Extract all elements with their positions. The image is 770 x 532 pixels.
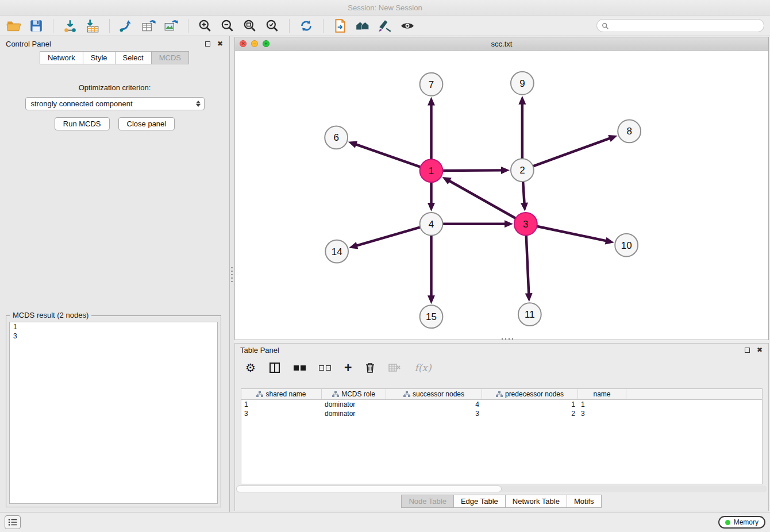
graph-edge[interactable] xyxy=(532,138,611,167)
edge-arrowhead xyxy=(428,295,435,304)
network-graph[interactable]: 7968124314101511 xyxy=(235,51,768,340)
edge-arrowhead xyxy=(428,97,435,106)
graph-edge[interactable] xyxy=(441,170,503,171)
column-header-name[interactable]: name xyxy=(578,389,626,399)
column-header-predecessor-nodes[interactable]: predecessor nodes xyxy=(482,389,578,399)
tab-edge-table[interactable]: Edge Table xyxy=(453,495,506,508)
column-header-mcds-role[interactable]: MCDS role xyxy=(322,389,386,399)
cell-mcds-role[interactable]: dominator xyxy=(322,410,386,418)
panel-splitter[interactable] xyxy=(230,36,234,512)
network-view-window: scc.txt ✕ − + 7968124314101511 xyxy=(234,37,769,340)
graph-edge[interactable] xyxy=(535,226,608,241)
window-title: Session: New Session xyxy=(348,3,422,12)
close-panel-icon[interactable]: ✖ xyxy=(217,40,224,47)
zoom-fit-icon[interactable] xyxy=(242,18,258,34)
network-window-titlebar[interactable]: scc.txt ✕ − + xyxy=(235,37,768,51)
edge-arrowhead xyxy=(608,135,617,142)
close-window-icon[interactable]: ✕ xyxy=(240,40,247,47)
save-session-icon[interactable] xyxy=(28,18,44,34)
edge-arrowhead xyxy=(428,203,435,211)
session-file-icon[interactable] xyxy=(332,18,348,34)
refresh-layout-icon[interactable] xyxy=(298,18,314,34)
float-table-panel-icon[interactable] xyxy=(744,346,750,353)
search-input[interactable] xyxy=(611,22,759,30)
select-all-columns-icon[interactable] xyxy=(294,365,306,371)
tab-select[interactable]: Select xyxy=(115,51,152,64)
cell-shared-name[interactable]: 1 xyxy=(241,400,322,408)
table-settings-gear-icon[interactable]: ⚙ xyxy=(245,362,256,373)
add-column-icon[interactable]: + xyxy=(344,361,352,375)
edge-arrowhead xyxy=(525,293,533,302)
tab-network[interactable]: Network xyxy=(40,51,83,64)
eye-icon[interactable] xyxy=(399,18,415,34)
run-mcds-button[interactable]: Run MCDS xyxy=(55,117,110,130)
mcds-result-group: MCDS result (2 nodes) 1 3 xyxy=(6,315,221,507)
open-session-icon[interactable] xyxy=(6,18,22,34)
column-header-shared-name[interactable]: shared name xyxy=(241,389,322,399)
export-table-icon[interactable] xyxy=(141,18,157,34)
toolbar-separator xyxy=(109,19,110,33)
cell-predecessor-nodes[interactable]: 2 xyxy=(482,410,578,418)
zoom-selected-icon[interactable] xyxy=(264,18,280,34)
cell-name[interactable]: 3 xyxy=(578,410,626,418)
search-field[interactable] xyxy=(596,19,764,32)
task-history-button[interactable] xyxy=(5,515,21,529)
import-network-icon[interactable] xyxy=(62,18,78,34)
show-columns-icon[interactable] xyxy=(269,362,280,373)
tab-node-table[interactable]: Node Table xyxy=(401,495,454,508)
cell-predecessor-nodes[interactable]: 1 xyxy=(482,400,578,408)
table-panel-title: Table Panel xyxy=(240,346,279,354)
mcds-result-item: 3 xyxy=(10,331,217,341)
zoom-in-icon[interactable] xyxy=(197,18,213,34)
cell-shared-name[interactable]: 3 xyxy=(241,410,322,418)
delete-column-icon[interactable] xyxy=(365,362,375,373)
network-canvas[interactable]: 7968124314101511 xyxy=(235,51,768,340)
edge-arrowhead xyxy=(348,141,357,148)
tab-network-table[interactable]: Network Table xyxy=(505,495,567,508)
cell-successor-nodes[interactable]: 4 xyxy=(386,400,482,408)
tab-mcds[interactable]: MCDS xyxy=(151,51,189,64)
close-panel-button[interactable]: Close panel xyxy=(118,117,175,130)
mcds-result-item: 1 xyxy=(10,322,217,331)
criterion-dropdown[interactable]: strongly connected component xyxy=(25,97,205,110)
graph-edge[interactable] xyxy=(355,227,422,246)
style-brush-icon[interactable] xyxy=(377,18,393,34)
graph-edge[interactable] xyxy=(526,234,529,296)
search-icon xyxy=(602,22,609,29)
graph-edge[interactable] xyxy=(448,180,517,219)
cell-mcds-role[interactable]: dominator xyxy=(322,400,386,408)
column-type-icon xyxy=(496,391,503,398)
edge-arrowhead xyxy=(521,203,528,211)
network-tools-icon[interactable] xyxy=(118,18,134,34)
mcds-result-list[interactable]: 1 3 xyxy=(9,322,218,504)
tab-motifs[interactable]: Motifs xyxy=(567,495,602,508)
window-resize-grip-icon[interactable] xyxy=(502,338,514,340)
float-panel-icon[interactable] xyxy=(204,40,211,47)
column-type-icon xyxy=(403,391,410,398)
minimize-window-icon[interactable]: − xyxy=(251,40,258,47)
zoom-out-icon[interactable] xyxy=(220,18,236,34)
memory-button[interactable]: Memory xyxy=(718,516,765,529)
table-row[interactable]: 3 dominator 3 2 3 xyxy=(241,409,762,418)
cell-successor-nodes[interactable]: 3 xyxy=(386,410,482,418)
graph-node-label: 11 xyxy=(525,309,535,320)
deselect-all-columns-icon[interactable] xyxy=(319,365,331,371)
cell-name[interactable]: 1 xyxy=(578,400,626,408)
network-window-title: scc.txt xyxy=(235,40,768,48)
import-table-icon[interactable] xyxy=(84,18,101,34)
maximize-window-icon[interactable]: + xyxy=(263,40,270,47)
table-horizontal-scrollbar[interactable] xyxy=(236,485,767,492)
table-panel-tabs: Node Table Edge Table Network Table Moti… xyxy=(235,495,768,508)
scrollbar-thumb[interactable] xyxy=(236,485,502,492)
graph-node-label: 14 xyxy=(332,246,342,257)
graph-node-label: 7 xyxy=(429,79,434,90)
column-header-successor-nodes[interactable]: successor nodes xyxy=(386,389,482,399)
graph-edge[interactable] xyxy=(523,180,525,205)
graph-edge[interactable] xyxy=(354,144,422,167)
home-networks-icon[interactable] xyxy=(355,18,371,34)
toolbar-separator xyxy=(289,19,290,33)
table-row[interactable]: 1 dominator 4 1 1 xyxy=(241,400,762,409)
close-table-panel-icon[interactable]: ✖ xyxy=(756,346,763,353)
tab-style[interactable]: Style xyxy=(83,51,116,64)
export-image-icon[interactable] xyxy=(163,18,179,34)
